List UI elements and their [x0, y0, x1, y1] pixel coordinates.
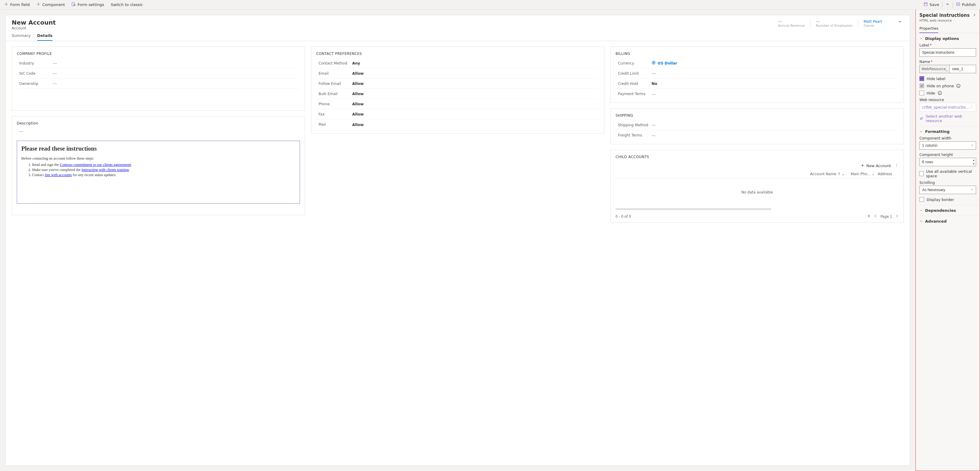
- scrolling-select[interactable]: [920, 186, 976, 194]
- field-value: US Dollar: [657, 61, 677, 65]
- next-page-button[interactable]: [895, 214, 899, 219]
- field-freight-terms[interactable]: Freight Terms ---: [616, 130, 899, 140]
- select-another-webresource-link[interactable]: Select another web resource: [920, 114, 976, 123]
- field-follow-email[interactable]: Follow Email Allow: [316, 79, 599, 89]
- section-formatting[interactable]: Formatting: [920, 129, 976, 134]
- field-value: Allow: [352, 81, 599, 86]
- height-increase-button[interactable]: ▲: [972, 158, 976, 162]
- web-resource-name-link[interactable]: crfb6_special-instructions: [922, 105, 970, 110]
- field-industry[interactable]: Industry ---: [17, 58, 300, 68]
- header-expand-button[interactable]: [896, 19, 904, 25]
- more-vertical-icon: [894, 163, 899, 167]
- section-shipping[interactable]: SHIPPING Shipping Method --- Freight Ter…: [611, 108, 904, 144]
- field-label: Email: [316, 72, 352, 76]
- field-ownership[interactable]: Ownership ---: [17, 79, 300, 89]
- form-field-button[interactable]: Form field: [3, 2, 31, 8]
- field-label: Credit Limit: [616, 72, 652, 76]
- component-button[interactable]: Component: [35, 2, 66, 8]
- col-address[interactable]: Address: [878, 172, 899, 176]
- section-child-accounts[interactable]: CHILD ACCOUNTS New Account Account Name …: [611, 150, 904, 223]
- component-label: Component: [42, 2, 65, 7]
- save-button[interactable]: Save: [923, 2, 940, 8]
- height-decrease-button[interactable]: ▼: [972, 162, 976, 166]
- plus-icon: [36, 2, 40, 7]
- display-border-checkbox[interactable]: [920, 197, 924, 202]
- field-value: Allow: [352, 112, 599, 116]
- grid-horizontal-scrollbar[interactable]: [616, 208, 771, 210]
- svg-point-11: [971, 107, 972, 107]
- switch-classic-label: Switch to classic: [111, 2, 143, 7]
- hide-checkbox[interactable]: [920, 91, 924, 95]
- field-value: ---: [652, 71, 899, 76]
- field-email[interactable]: Email Allow: [316, 68, 599, 79]
- field-payment-terms[interactable]: Payment Terms ---: [616, 89, 899, 99]
- field-credit-limit[interactable]: Credit Limit ---: [616, 68, 899, 79]
- prev-page-button[interactable]: [874, 214, 877, 219]
- first-page-button[interactable]: [867, 214, 871, 219]
- clients-training-link[interactable]: Interacting with clients training: [81, 168, 129, 172]
- currency-icon: [652, 60, 656, 66]
- description-value: ---: [17, 128, 300, 138]
- use-all-vertical-checkbox[interactable]: [920, 171, 924, 176]
- grid-empty-message: No data available: [616, 178, 899, 207]
- chevron-down-icon: [945, 2, 950, 7]
- section-dependencies[interactable]: Dependencies: [920, 208, 976, 213]
- form-field-label: Form field: [10, 2, 30, 7]
- col-main-phone[interactable]: Main Pho... ⌄: [851, 172, 878, 176]
- svg-rect-2: [924, 3, 927, 6]
- field-mail[interactable]: Mail Allow: [316, 119, 599, 130]
- save-label: Save: [930, 2, 939, 7]
- field-currency[interactable]: Currency US Dollar: [616, 58, 899, 68]
- tab-summary[interactable]: Summary: [12, 33, 30, 41]
- prop-tab-properties[interactable]: Properties: [920, 26, 938, 33]
- section-display-options[interactable]: Display options: [920, 36, 976, 41]
- publish-button[interactable]: Publish: [955, 2, 977, 8]
- owner-value[interactable]: Matt Peart: [864, 19, 891, 24]
- name-input[interactable]: [950, 65, 976, 73]
- section-company-profile[interactable]: COMPANY PROFILE Industry --- SIC Code --…: [12, 46, 305, 111]
- more-commands-button[interactable]: [894, 163, 899, 168]
- component-width-select[interactable]: [920, 141, 976, 150]
- label-input[interactable]: [920, 48, 976, 57]
- switch-classic-button[interactable]: Switch to classic: [110, 2, 144, 8]
- chevron-down-icon: [970, 188, 974, 192]
- prop-pane-subtitle: HTML web resource: [920, 19, 976, 22]
- name-field-label: Name: [920, 60, 930, 64]
- field-bulk-email[interactable]: Bulk Email Allow: [316, 89, 599, 99]
- section-advanced[interactable]: Advanced: [920, 219, 976, 223]
- jim-accounts-link[interactable]: Jim with accounts: [45, 173, 72, 177]
- field-label: Payment Terms: [616, 92, 652, 96]
- field-shipping-method[interactable]: Shipping Method ---: [616, 120, 899, 130]
- chevron-down-icon: [920, 209, 923, 212]
- plus-icon: [861, 164, 864, 168]
- field-fax[interactable]: Fax Allow: [316, 109, 599, 119]
- info-icon[interactable]: [938, 91, 942, 95]
- field-credit-hold[interactable]: Credit Hold No: [616, 79, 899, 89]
- label-field-label: Label: [920, 43, 929, 48]
- info-icon[interactable]: [956, 84, 961, 88]
- field-value: Allow: [352, 71, 599, 76]
- section-contact-preferences[interactable]: CONTACT PREFERENCES Contact Method Any E…: [311, 46, 605, 134]
- expand-pane-button[interactable]: [972, 13, 976, 18]
- web-resource-selected[interactable]: Please read these instructions Before co…: [17, 141, 300, 204]
- field-contact-method[interactable]: Contact Method Any: [316, 58, 599, 68]
- contoso-commitment-link[interactable]: Contoso commitment to our clients agreee…: [60, 162, 131, 167]
- form-title: New Account: [12, 19, 778, 26]
- section-billing[interactable]: BILLING Currency US Dollar Credi: [611, 46, 904, 103]
- field-value: ---: [53, 81, 300, 86]
- chevron-down-icon: ⌄: [842, 172, 845, 176]
- save-dropdown-button[interactable]: [944, 2, 951, 8]
- chevron-down-icon: [920, 220, 923, 223]
- tab-details[interactable]: Details: [37, 33, 52, 41]
- hide-label-checkbox[interactable]: [920, 76, 924, 81]
- form-settings-button[interactable]: Form settings: [70, 2, 105, 8]
- col-account-name[interactable]: Account Name ↑ ⌄: [616, 172, 851, 176]
- field-sic-code[interactable]: SIC Code ---: [17, 68, 300, 79]
- field-phone[interactable]: Phone Allow: [316, 99, 599, 109]
- num-employees-value: ---: [816, 19, 853, 24]
- component-height-input[interactable]: [920, 158, 976, 166]
- sort-asc-icon: ↑: [837, 172, 840, 176]
- section-description[interactable]: Description --- Please read these instru…: [12, 116, 305, 215]
- web-resource-more-button[interactable]: [970, 105, 974, 110]
- new-account-button[interactable]: New Account: [861, 164, 891, 168]
